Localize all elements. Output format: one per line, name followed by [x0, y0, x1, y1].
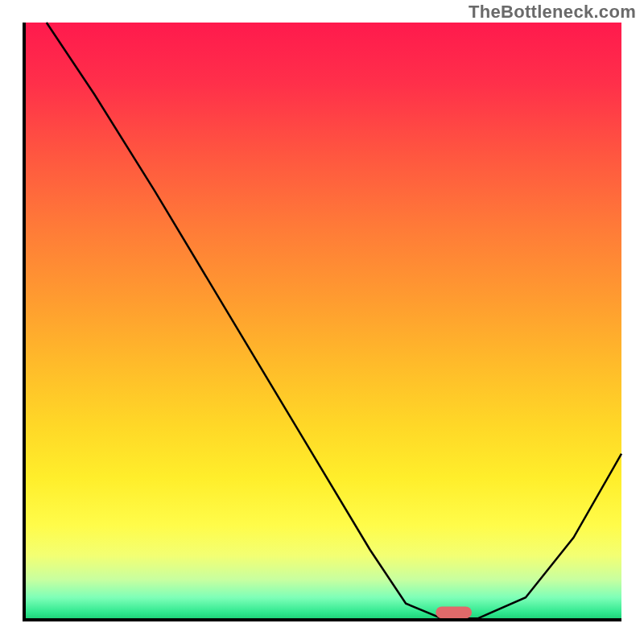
- optimal-marker: [436, 606, 472, 618]
- bottleneck-curve-path: [47, 23, 621, 618]
- chart-container: TheBottleneck.com: [0, 0, 644, 644]
- plot-area: [23, 23, 621, 621]
- chart-svg: [23, 23, 621, 621]
- watermark-text: TheBottleneck.com: [469, 2, 636, 23]
